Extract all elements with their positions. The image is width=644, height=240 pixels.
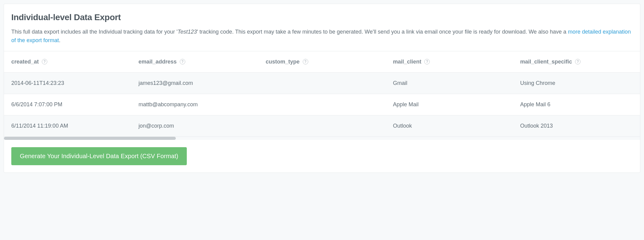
tracking-code: Test123: [178, 29, 197, 35]
desc-text-prefix: This full data export includes all the I…: [11, 29, 178, 35]
col-header-custom-type: custom_type ?: [259, 51, 386, 73]
cell-mail-client-specific: Using Chrome: [513, 72, 640, 94]
cell-custom-type: [259, 94, 386, 115]
horizontal-scrollbar[interactable]: [4, 137, 640, 140]
cell-email-address: jon@corp.com: [131, 115, 259, 136]
panel-description: This full data export includes all the I…: [11, 28, 633, 45]
cell-mail-client: Apple Mail: [385, 94, 513, 115]
table-container: created_at ? email_address ? custom_type: [4, 51, 640, 140]
panel-footer: Generate Your Individual-Level Data Expo…: [4, 140, 640, 173]
col-header-email-address: email_address ?: [131, 51, 259, 73]
col-header-label: email_address: [139, 59, 177, 65]
table-row: 2014-06-11T14:23:23 james123@gmail.com G…: [4, 72, 640, 94]
table-header-row: created_at ? email_address ? custom_type: [4, 51, 640, 73]
help-icon[interactable]: ?: [42, 59, 47, 64]
export-panel: Individual-level Data Export This full d…: [4, 4, 640, 173]
col-header-created-at: created_at ?: [4, 51, 131, 73]
page-title: Individual-level Data Export: [11, 13, 633, 22]
cell-created-at: 6/6/2014 7:07:00 PM: [4, 94, 131, 115]
table-row: 6/6/2014 7:07:00 PM mattb@abcompany.com …: [4, 94, 640, 115]
col-header-label: created_at: [11, 59, 39, 65]
col-header-label: mail_client_specific: [520, 59, 572, 65]
col-header-mail-client: mail_client ?: [385, 51, 513, 73]
cell-email-address: james123@gmail.com: [131, 72, 259, 94]
cell-created-at: 2014-06-11T14:23:23: [4, 72, 131, 94]
cell-custom-type: [259, 72, 386, 94]
col-header-mail-client-specific: mail_client_specific ?: [513, 51, 640, 73]
desc-text-mid: ' tracking code. This export may take a …: [197, 29, 568, 35]
cell-mail-client: Outlook: [385, 115, 513, 136]
cell-email-address: mattb@abcompany.com: [131, 94, 259, 115]
help-icon[interactable]: ?: [303, 59, 308, 64]
cell-mail-client-specific: Outlook 2013: [513, 115, 640, 136]
cell-mail-client-specific: Apple Mail 6: [513, 94, 640, 115]
help-icon[interactable]: ?: [424, 59, 430, 64]
cell-created-at: 6/11/2014 11:19:00 AM: [4, 115, 131, 136]
scrollbar-thumb[interactable]: [4, 137, 176, 140]
help-icon[interactable]: ?: [575, 59, 581, 64]
cell-mail-client: Gmail: [385, 72, 513, 94]
desc-text-suffix: .: [59, 37, 60, 43]
help-icon[interactable]: ?: [180, 59, 185, 64]
table-row: 6/11/2014 11:19:00 AM jon@corp.com Outlo…: [4, 115, 640, 136]
panel-header: Individual-level Data Export This full d…: [4, 4, 640, 51]
cell-custom-type: [259, 115, 386, 136]
export-preview-table: created_at ? email_address ? custom_type: [4, 51, 640, 137]
col-header-label: custom_type: [266, 59, 300, 65]
col-header-label: mail_client: [393, 59, 421, 65]
generate-export-button[interactable]: Generate Your Individual-Level Data Expo…: [11, 147, 187, 165]
